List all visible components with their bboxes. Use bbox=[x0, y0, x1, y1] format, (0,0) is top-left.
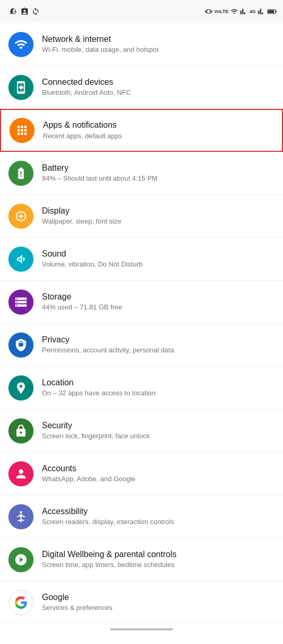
item-subtitle-accessibility: Screen readers, display, interaction con… bbox=[42, 518, 275, 527]
item-title-network: Network & internet bbox=[42, 34, 275, 45]
item-text-storage: Storage 44% used – 71.81 GB free bbox=[42, 292, 275, 313]
item-title-digital-wellbeing: Digital Wellbeing & parental controls bbox=[42, 549, 275, 560]
apps-icon bbox=[9, 118, 35, 143]
item-subtitle-privacy: Permissions, account activity, personal … bbox=[42, 346, 275, 355]
item-text-accounts: Accounts WhatsApp, Adobe, and Google bbox=[42, 463, 275, 484]
security-icon bbox=[8, 418, 34, 443]
item-subtitle-security: Screen lock, fingerprint, face unlock bbox=[42, 432, 275, 441]
item-subtitle-google: Services & preferences bbox=[42, 604, 275, 613]
location-icon bbox=[8, 375, 34, 401]
clipboard-icon bbox=[20, 7, 29, 16]
accounts-icon bbox=[8, 461, 34, 486]
settings-item-accessibility[interactable]: Accessibility Screen readers, display, i… bbox=[0, 495, 283, 538]
item-subtitle-sound: Volume, vibration, Do Not Disturb bbox=[42, 260, 275, 269]
signal2-icon bbox=[258, 8, 265, 15]
svg-rect-2 bbox=[268, 10, 274, 13]
settings-list: Network & internet Wi-Fi, mobile, data u… bbox=[0, 23, 283, 624]
status-left-icons bbox=[9, 7, 40, 16]
display-icon bbox=[8, 204, 34, 229]
ghost-icon bbox=[9, 7, 18, 16]
item-title-google: Google bbox=[42, 592, 275, 603]
item-title-accounts: Accounts bbox=[42, 463, 275, 474]
item-title-connected-devices: Connected devices bbox=[42, 77, 275, 88]
status-bar: VoLTE 4G bbox=[0, 0, 283, 23]
wifi-icon bbox=[8, 32, 34, 57]
settings-item-network[interactable]: Network & internet Wi-Fi, mobile, data u… bbox=[0, 23, 283, 66]
google-icon bbox=[8, 590, 34, 615]
volte-icon: VoLTE bbox=[214, 9, 228, 14]
settings-item-google[interactable]: Google Services & preferences bbox=[0, 581, 283, 624]
settings-item-privacy[interactable]: Privacy Permissions, account activity, p… bbox=[0, 324, 283, 367]
svg-rect-1 bbox=[276, 11, 277, 13]
item-text-privacy: Privacy Permissions, account activity, p… bbox=[42, 335, 275, 356]
privacy-icon bbox=[8, 332, 34, 358]
4g-icon: 4G bbox=[249, 9, 256, 14]
item-title-storage: Storage bbox=[42, 292, 275, 303]
item-subtitle-connected-devices: Bluetooth, Android Auto, NFC bbox=[42, 88, 275, 97]
wellbeing-icon bbox=[8, 547, 34, 572]
item-text-battery: Battery 94% – Should last until about 4:… bbox=[42, 163, 275, 184]
item-text-network: Network & internet Wi-Fi, mobile, data u… bbox=[42, 34, 275, 55]
item-text-accessibility: Accessibility Screen readers, display, i… bbox=[42, 506, 275, 527]
battery-icon bbox=[8, 161, 34, 186]
wifi-signal-icon bbox=[231, 8, 238, 15]
settings-item-sound[interactable]: Sound Volume, vibration, Do Not Disturb bbox=[0, 238, 283, 281]
item-text-apps-notifications: Apps & notifications Recent apps, defaul… bbox=[43, 120, 274, 141]
item-text-display: Display Wallpaper, sleep, font size bbox=[42, 206, 275, 227]
settings-item-storage[interactable]: Storage 44% used – 71.81 GB free bbox=[0, 281, 283, 324]
battery-icon bbox=[267, 8, 277, 15]
settings-item-digital-wellbeing[interactable]: Digital Wellbeing & parental controls Sc… bbox=[0, 538, 283, 581]
scroll-bar bbox=[110, 628, 173, 630]
item-subtitle-storage: 44% used – 71.81 GB free bbox=[42, 303, 275, 312]
settings-item-display[interactable]: Display Wallpaper, sleep, font size bbox=[0, 195, 283, 238]
settings-item-apps-notifications[interactable]: Apps & notifications Recent apps, defaul… bbox=[0, 109, 283, 152]
item-text-security: Security Screen lock, fingerprint, face … bbox=[42, 420, 275, 441]
vibrate-icon bbox=[205, 8, 212, 15]
item-subtitle-location: On – 32 apps have access to location bbox=[42, 389, 275, 398]
item-subtitle-digital-wellbeing: Screen time, app timers, bedtime schedul… bbox=[42, 561, 275, 570]
item-title-privacy: Privacy bbox=[42, 335, 275, 346]
item-title-accessibility: Accessibility bbox=[42, 506, 275, 517]
scroll-indicator bbox=[0, 624, 283, 632]
item-subtitle-display: Wallpaper, sleep, font size bbox=[42, 217, 275, 226]
item-text-connected-devices: Connected devices Bluetooth, Android Aut… bbox=[42, 77, 275, 98]
item-text-location: Location On – 32 apps have access to loc… bbox=[42, 377, 275, 398]
svg-point-3 bbox=[20, 511, 22, 513]
status-right-icons: VoLTE 4G bbox=[205, 8, 277, 15]
item-text-google: Google Services & preferences bbox=[42, 592, 275, 613]
storage-icon bbox=[8, 290, 34, 315]
item-subtitle-network: Wi-Fi, mobile, data usage, and hotspot bbox=[42, 46, 275, 54]
item-title-sound: Sound bbox=[42, 249, 275, 260]
settings-item-security[interactable]: Security Screen lock, fingerprint, face … bbox=[0, 409, 283, 452]
item-title-battery: Battery bbox=[42, 163, 275, 174]
settings-item-location[interactable]: Location On – 32 apps have access to loc… bbox=[0, 367, 283, 409]
accessibility-icon bbox=[8, 504, 34, 529]
item-text-digital-wellbeing: Digital Wellbeing & parental controls Sc… bbox=[42, 549, 275, 570]
item-title-apps-notifications: Apps & notifications bbox=[43, 120, 274, 131]
item-title-security: Security bbox=[42, 420, 275, 431]
settings-item-battery[interactable]: Battery 94% – Should last until about 4:… bbox=[0, 152, 283, 195]
item-text-sound: Sound Volume, vibration, Do Not Disturb bbox=[42, 249, 275, 270]
settings-item-accounts[interactable]: Accounts WhatsApp, Adobe, and Google bbox=[0, 452, 283, 495]
item-subtitle-accounts: WhatsApp, Adobe, and Google bbox=[42, 475, 275, 484]
sound-icon bbox=[8, 247, 34, 272]
settings-item-connected-devices[interactable]: Connected devices Bluetooth, Android Aut… bbox=[0, 66, 283, 109]
sync-icon bbox=[31, 7, 40, 16]
item-title-display: Display bbox=[42, 206, 275, 217]
item-subtitle-apps-notifications: Recent apps, default apps bbox=[43, 132, 274, 141]
devices-icon bbox=[8, 75, 34, 100]
item-title-location: Location bbox=[42, 377, 275, 388]
signal-icon bbox=[240, 8, 247, 15]
item-subtitle-battery: 94% – Should last until about 4:15 PM bbox=[42, 174, 275, 183]
